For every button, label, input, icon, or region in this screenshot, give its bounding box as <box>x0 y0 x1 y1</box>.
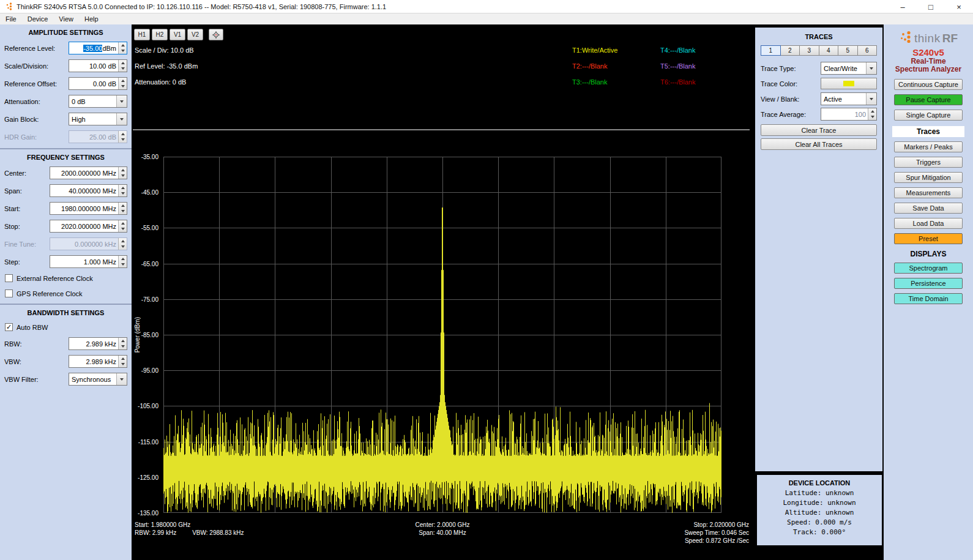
trace-select-button-6[interactable]: 6 <box>858 45 878 56</box>
spinner-up-icon[interactable] <box>121 80 125 82</box>
spinner-up-icon[interactable] <box>121 204 125 207</box>
time-domain-button[interactable]: Time Domain <box>894 293 963 304</box>
start-frequency-spinner[interactable] <box>118 203 127 214</box>
trace-status-t4: T4:---/Blank <box>660 42 758 58</box>
trace-select-button-1[interactable]: 1 <box>761 45 781 56</box>
step-spinner[interactable] <box>118 256 127 267</box>
measurements-button[interactable]: Measurements <box>894 187 963 198</box>
view-blank-select[interactable]: Active <box>821 92 877 105</box>
menu-file[interactable]: File <box>0 13 22 24</box>
spinner-down-icon[interactable] <box>121 192 125 195</box>
single-capture-button[interactable]: Single Capture <box>894 110 963 121</box>
attenuation-select[interactable]: 0 dB <box>69 95 127 108</box>
load-data-button[interactable]: Load Data <box>894 218 963 229</box>
v2-cursor-button[interactable]: V2 <box>187 29 203 40</box>
rbw-spinner[interactable] <box>118 338 127 349</box>
vbw-input[interactable]: 2.989 kHz <box>69 355 127 368</box>
step-input[interactable]: 1.000 MHz <box>50 255 127 268</box>
trace-select-button-5[interactable]: 5 <box>838 45 858 56</box>
reference-offset-input[interactable]: 0.00 dB <box>69 77 127 90</box>
h1-cursor-button[interactable]: H1 <box>134 29 150 40</box>
spectrum-canvas[interactable] <box>163 157 721 513</box>
rbw-input[interactable]: 2.989 kHz <box>69 337 127 350</box>
span-spinner[interactable] <box>118 185 127 196</box>
spinner-down-icon[interactable] <box>121 228 125 230</box>
menu-view[interactable]: View <box>53 13 79 24</box>
trace-type-select[interactable]: Clear/Write <box>821 62 877 75</box>
spur-mitigation-button[interactable]: Spur Mitigation <box>894 172 963 183</box>
checkbox-unchecked-icon[interactable] <box>5 274 13 282</box>
maximize-button[interactable]: □ <box>917 0 945 13</box>
start-frequency-input[interactable]: 1980.000000 MHz <box>50 202 127 215</box>
spinner-up-icon[interactable] <box>121 44 125 47</box>
fine-tune-spinner <box>118 238 127 250</box>
longitude-readout: Longitude: unknown <box>757 498 882 508</box>
trace-select-button-3[interactable]: 3 <box>800 45 819 56</box>
center-frequency-spinner[interactable] <box>118 167 127 179</box>
scale-division-input[interactable]: 10.00 dB <box>69 59 127 72</box>
spinner-down-icon[interactable] <box>121 345 125 348</box>
rbw-label: RBW: <box>4 340 22 348</box>
trace-select-button-2[interactable]: 2 <box>781 45 800 56</box>
spinner-down-icon[interactable] <box>121 263 125 266</box>
checkbox-unchecked-icon[interactable] <box>5 289 13 297</box>
trace-type-label: Trace Type: <box>761 65 796 72</box>
clear-trace-button[interactable]: Clear Trace <box>761 124 877 136</box>
spectrum-graph[interactable] <box>163 157 721 513</box>
spinner-down-icon[interactable] <box>121 210 125 212</box>
ref-level-readout: Ref Level: -35.0 dBm <box>135 58 198 74</box>
stop-frequency-input[interactable]: 2020.000000 MHz <box>50 220 127 233</box>
trace-average-spinner[interactable] <box>868 108 876 120</box>
persistence-button[interactable]: Persistence <box>894 278 963 289</box>
crosshair-button[interactable] <box>209 29 223 40</box>
spinner-down-icon[interactable] <box>121 67 125 70</box>
span-input[interactable]: 40.000000 MHz <box>50 184 127 197</box>
stop-frequency-spinner[interactable] <box>118 220 127 232</box>
menu-device[interactable]: Device <box>22 13 54 24</box>
gain-block-select[interactable]: High <box>69 113 127 125</box>
spinner-up-icon[interactable] <box>121 62 125 64</box>
continuous-capture-button[interactable]: Continuous Capture <box>894 79 963 90</box>
h2-cursor-button[interactable]: H2 <box>152 29 168 40</box>
minimize-button[interactable]: – <box>889 0 917 13</box>
close-button[interactable]: × <box>945 0 973 13</box>
menu-help[interactable]: Help <box>79 13 104 24</box>
spinner-up-icon[interactable] <box>121 340 125 342</box>
clear-all-traces-button[interactable]: Clear All Traces <box>761 138 877 150</box>
vbw-spinner[interactable] <box>118 356 127 367</box>
scale-division-spinner[interactable] <box>118 60 127 72</box>
trace-average-input[interactable]: 100 <box>821 108 877 121</box>
trace-status-t1: T1:Write/Active <box>572 42 660 58</box>
markers-peaks-button[interactable]: Markers / Peaks <box>894 141 963 152</box>
pause-capture-button[interactable]: Pause Capture <box>894 94 963 105</box>
spinner-up-icon[interactable] <box>121 258 125 260</box>
spinner-down-icon[interactable] <box>121 363 125 365</box>
trace-select-button-4[interactable]: 4 <box>819 45 839 56</box>
preset-button[interactable]: Preset <box>894 233 963 244</box>
rbw-readout: RBW: 2.99 kHz <box>135 529 176 536</box>
spinner-up-icon[interactable] <box>121 187 125 189</box>
save-data-button[interactable]: Save Data <box>894 203 963 214</box>
v1-cursor-button[interactable]: V1 <box>170 29 185 40</box>
spinner-up-icon[interactable] <box>121 222 125 225</box>
triggers-button[interactable]: Triggers <box>894 157 963 168</box>
spinner-down-icon[interactable] <box>121 50 125 52</box>
external-reference-clock-checkbox[interactable]: External Reference Clock <box>0 271 132 286</box>
spinner-up-icon[interactable] <box>871 110 874 113</box>
spinner-down-icon[interactable] <box>121 174 125 177</box>
reference-level-input[interactable]: -35.00 dBm <box>69 42 127 54</box>
spinner-up-icon[interactable] <box>121 357 125 360</box>
trace-color-button[interactable] <box>821 78 877 89</box>
checkbox-checked-icon[interactable]: ✓ <box>5 323 13 331</box>
spectrogram-button[interactable]: Spectrogram <box>894 263 963 274</box>
amplitude-settings-section: AMPLITUDE SETTINGS Reference Level: -35.… <box>0 24 132 148</box>
spinner-down-icon[interactable] <box>121 85 125 88</box>
reference-level-spinner[interactable] <box>118 42 127 54</box>
vbw-filter-select[interactable]: Synchronous <box>69 373 127 386</box>
auto-rbw-checkbox[interactable]: ✓ Auto RBW <box>0 319 132 335</box>
spinner-up-icon[interactable] <box>121 169 125 171</box>
gps-reference-clock-checkbox[interactable]: GPS Reference Clock <box>0 286 132 301</box>
center-frequency-input[interactable]: 2000.000000 MHz <box>50 166 127 179</box>
spinner-down-icon[interactable] <box>871 116 874 118</box>
reference-offset-spinner[interactable] <box>118 78 127 89</box>
